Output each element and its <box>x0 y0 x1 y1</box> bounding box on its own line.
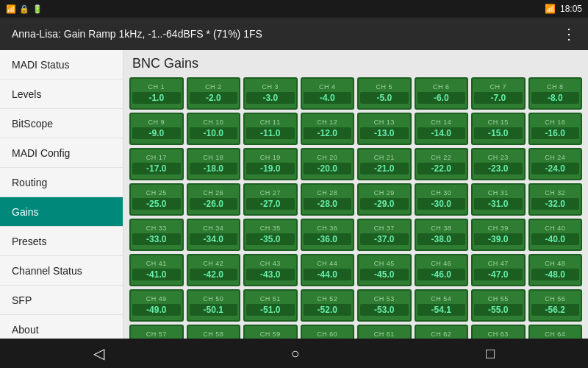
channel-cell-14[interactable]: CH 14-14.0 <box>415 113 469 145</box>
channel-cell-62[interactable]: CH 62-62.0 <box>415 325 469 339</box>
channel-value: -14.0 <box>417 127 466 139</box>
channel-cell-4[interactable]: CH 4-4.0 <box>301 77 355 110</box>
channel-cell-45[interactable]: CH 45-45.0 <box>357 254 412 286</box>
sidebar-item-gains[interactable]: Gains <box>0 197 123 227</box>
channel-cell-57[interactable]: CH 57-57.1 <box>129 325 184 339</box>
sidebar-item-about[interactable]: About <box>0 315 123 339</box>
channel-cell-52[interactable]: CH 52-52.0 <box>301 289 355 322</box>
channel-cell-5[interactable]: CH 5-5.0 <box>357 77 412 110</box>
channel-cell-54[interactable]: CH 54-54.1 <box>415 289 469 322</box>
overflow-menu-button[interactable]: ⋮ <box>562 25 576 43</box>
sidebar-item-channel-status[interactable]: Channel Status <box>0 256 123 286</box>
channel-value: -28.0 <box>304 198 352 210</box>
channel-cell-30[interactable]: CH 30-30.0 <box>415 183 469 216</box>
home-button[interactable]: ○ <box>276 339 314 368</box>
channel-cell-64[interactable]: CH 64-64.3 <box>528 325 583 339</box>
channel-label: CH 53 <box>374 295 395 302</box>
channel-value: -52.0 <box>304 304 352 316</box>
channel-cell-23[interactable]: CH 23-23.0 <box>471 148 526 180</box>
channel-cell-3[interactable]: CH 3-3.0 <box>243 77 298 110</box>
channel-label: CH 15 <box>488 118 509 126</box>
sidebar-item-sfp[interactable]: SFP <box>0 286 123 315</box>
sidebar-item-madi-status[interactable]: MADI Status <box>0 50 123 79</box>
channel-cell-37[interactable]: CH 37-37.0 <box>357 219 412 251</box>
channel-value: -7.0 <box>474 92 523 104</box>
sidebar-item-madi-config[interactable]: MADI Config <box>0 138 123 168</box>
channel-cell-26[interactable]: CH 26-26.0 <box>187 183 241 216</box>
channel-cell-38[interactable]: CH 38-38.0 <box>415 219 469 251</box>
channel-label: CH 64 <box>545 330 565 338</box>
channel-cell-41[interactable]: CH 41-41.0 <box>129 254 184 286</box>
channel-value: -30.0 <box>417 198 466 210</box>
channel-cell-9[interactable]: CH 9-9.0 <box>129 113 184 145</box>
channel-cell-36[interactable]: CH 36-36.0 <box>301 219 355 251</box>
channel-cell-6[interactable]: CH 6-6.0 <box>415 77 469 110</box>
channel-cell-32[interactable]: CH 32-32.0 <box>528 183 583 216</box>
channel-cell-8[interactable]: CH 8-8.0 <box>528 77 583 110</box>
channel-cell-33[interactable]: CH 33-33.0 <box>129 219 184 251</box>
channel-cell-27[interactable]: CH 27-27.0 <box>243 183 298 216</box>
channel-cell-49[interactable]: CH 49-49.0 <box>129 289 184 322</box>
channel-cell-53[interactable]: CH 53-53.0 <box>357 289 412 322</box>
channel-cell-17[interactable]: CH 17-17.0 <box>129 148 184 180</box>
channel-cell-60[interactable]: CH 60-60.2 <box>301 325 355 339</box>
channel-cell-61[interactable]: CH 61-61.1 <box>357 325 412 339</box>
channel-cell-31[interactable]: CH 31-31.0 <box>471 183 526 216</box>
channel-cell-34[interactable]: CH 34-34.0 <box>187 219 241 251</box>
channel-value: -25.0 <box>132 198 181 210</box>
channel-cell-15[interactable]: CH 15-15.0 <box>471 113 526 145</box>
status-bar-right: 📶 18:05 <box>545 4 582 14</box>
channel-value: -19.0 <box>246 163 295 174</box>
sidebar-item-routing[interactable]: Routing <box>0 168 123 197</box>
channel-cell-63[interactable]: CH 63-63.1 <box>471 325 526 339</box>
channel-cell-55[interactable]: CH 55-55.0 <box>471 289 526 322</box>
channel-cell-43[interactable]: CH 43-43.0 <box>243 254 298 286</box>
channel-label: CH 3 <box>262 83 279 91</box>
channel-cell-56[interactable]: CH 56-56.2 <box>528 289 583 322</box>
channel-label: CH 11 <box>260 118 281 126</box>
channel-cell-47[interactable]: CH 47-47.0 <box>471 254 526 286</box>
channel-cell-46[interactable]: CH 46-46.0 <box>415 254 469 286</box>
channel-cell-21[interactable]: CH 21-21.0 <box>357 148 412 180</box>
channel-cell-48[interactable]: CH 48-48.0 <box>528 254 583 286</box>
channel-cell-58[interactable]: CH 58-58.1 <box>187 325 241 339</box>
channel-label: CH 32 <box>545 189 565 197</box>
channel-label: CH 12 <box>317 118 337 126</box>
channel-label: CH 4 <box>319 83 336 91</box>
channel-cell-18[interactable]: CH 18-18.0 <box>187 148 241 180</box>
channel-cell-7[interactable]: CH 7-7.0 <box>471 77 526 110</box>
channel-cell-13[interactable]: CH 13-13.0 <box>357 113 412 145</box>
sidebar-item-levels[interactable]: Levels <box>0 79 123 109</box>
lock-icon: 🔒 <box>19 4 29 14</box>
channel-cell-25[interactable]: CH 25-25.0 <box>129 183 184 216</box>
channel-cell-42[interactable]: CH 42-42.0 <box>187 254 241 286</box>
channel-cell-24[interactable]: CH 24-24.0 <box>528 148 583 180</box>
sidebar-item-presets[interactable]: Presets <box>0 227 123 256</box>
channel-cell-1[interactable]: CH 1-1.0 <box>129 77 184 110</box>
channel-cell-11[interactable]: CH 11-11.0 <box>243 113 298 145</box>
back-button[interactable]: ◁ <box>79 339 119 368</box>
channel-cell-40[interactable]: CH 40-40.0 <box>528 219 583 251</box>
channel-label: CH 9 <box>148 118 165 126</box>
channel-cell-16[interactable]: CH 16-16.0 <box>528 113 583 145</box>
recent-button[interactable]: □ <box>471 339 509 368</box>
channel-label: CH 38 <box>431 224 451 232</box>
channel-cell-22[interactable]: CH 22-22.0 <box>415 148 469 180</box>
channel-cell-50[interactable]: CH 50-50.1 <box>187 289 241 322</box>
sidebar-item-bitscope[interactable]: BitScope <box>0 109 123 138</box>
channel-cell-59[interactable]: CH 59-59.2 <box>243 325 298 339</box>
channel-cell-35[interactable]: CH 35-35.0 <box>243 219 298 251</box>
channel-cell-51[interactable]: CH 51-51.0 <box>243 289 298 322</box>
channel-cell-12[interactable]: CH 12-12.0 <box>301 113 355 145</box>
channel-cell-44[interactable]: CH 44-44.0 <box>301 254 355 286</box>
channel-cell-39[interactable]: CH 39-39.0 <box>471 219 526 251</box>
channel-cell-10[interactable]: CH 10-10.0 <box>187 113 241 145</box>
channel-label: CH 58 <box>203 330 223 338</box>
channel-cell-28[interactable]: CH 28-28.0 <box>301 183 355 216</box>
channel-value: -5.0 <box>360 92 409 104</box>
channel-cell-20[interactable]: CH 20-20.0 <box>301 148 355 180</box>
channel-cell-29[interactable]: CH 29-29.0 <box>357 183 412 216</box>
channel-cell-2[interactable]: CH 2-2.0 <box>187 77 241 110</box>
battery-icon: 🔋 <box>32 4 43 14</box>
channel-cell-19[interactable]: CH 19-19.0 <box>243 148 298 180</box>
